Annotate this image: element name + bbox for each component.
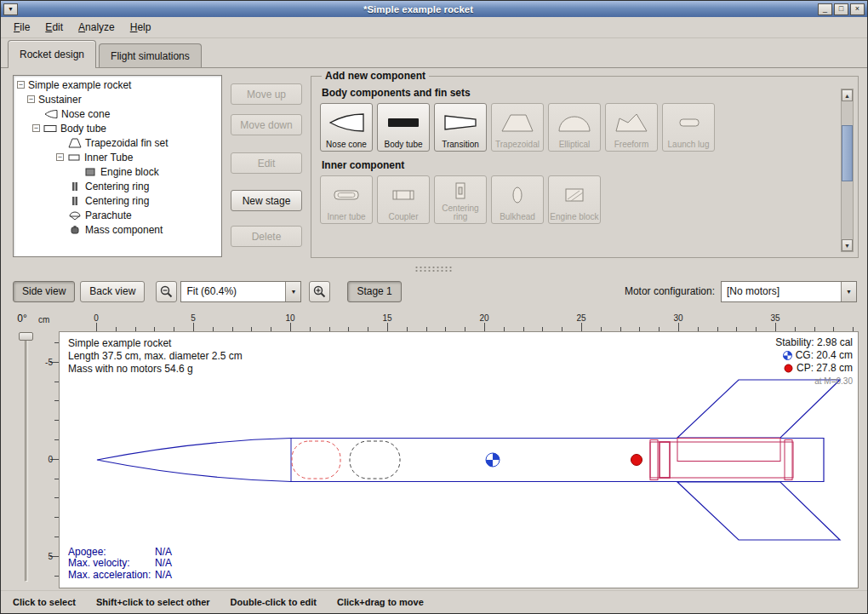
nose-cone-button[interactable]: Nose cone: [320, 103, 373, 152]
tree-row-sustainer[interactable]: − Sustainer: [14, 92, 221, 106]
nose-cone-icon: [44, 109, 58, 119]
hint-click-select: Click to select: [13, 597, 76, 607]
nose-cone-icon: [321, 104, 372, 141]
zoom-out-button[interactable]: [156, 281, 177, 302]
body-tube-button[interactable]: Body tube: [377, 103, 430, 152]
cp-value: CP: 27.8 cm: [797, 362, 853, 375]
stability-value: Stability: 2.98 cal: [775, 336, 853, 349]
rocket-mass: Mass with no motors 54.6 g: [68, 363, 243, 376]
freeform-fin-icon: [606, 104, 657, 141]
cp-marker: [631, 455, 642, 466]
rotation-slider-handle[interactable]: [19, 332, 33, 341]
tree-row-centering-ring-1[interactable]: Centering ring: [14, 179, 221, 193]
new-stage-button[interactable]: New stage: [231, 190, 302, 211]
minimize-icon[interactable]: _: [818, 3, 832, 15]
expander-icon[interactable]: −: [17, 81, 25, 89]
tab-flight-simulations[interactable]: Flight simulations: [99, 43, 202, 67]
expander-icon[interactable]: −: [56, 153, 64, 161]
tree-row-centering-ring-2[interactable]: Centering ring: [14, 193, 221, 208]
inner-tube-button[interactable]: Inner tube: [320, 175, 373, 224]
motor-configuration-label: Motor configuration:: [625, 285, 715, 297]
titlebar[interactable]: ▼ *Simple example rocket _ □ ×: [1, 1, 867, 17]
max-acceleration-value: N/A: [155, 569, 172, 581]
add-new-component-group: Add new component Body components and fi…: [311, 70, 859, 258]
tree-row-mass-component[interactable]: Mass component: [14, 222, 221, 237]
ruler-tick-label: 0: [94, 313, 99, 323]
centering-ring-button[interactable]: Centering ring: [434, 175, 487, 224]
rotation-slider[interactable]: [25, 336, 28, 582]
tree-label: Centering ring: [85, 181, 149, 192]
view-toolbar: Side view Back view Fit (60.4%) ▼ Stage …: [1, 275, 867, 307]
combo-arrow-icon[interactable]: ▼: [841, 282, 856, 301]
bulkhead-button[interactable]: Bulkhead: [491, 175, 544, 224]
body-section-title: Body components and fin sets: [322, 87, 851, 99]
delete-button[interactable]: Delete: [231, 226, 302, 247]
ruler-tick-label: 5: [191, 313, 196, 323]
expander-icon[interactable]: −: [27, 95, 35, 103]
close-icon[interactable]: ×: [850, 3, 865, 15]
motor-configuration-select[interactable]: [No motors] ▼: [721, 281, 857, 302]
menu-help[interactable]: Help: [123, 19, 159, 36]
edit-button[interactable]: Edit: [231, 152, 302, 174]
tree-label: Centering ring: [85, 195, 149, 207]
freeform-fin-button[interactable]: Freeform: [605, 103, 658, 152]
tree-row-parachute[interactable]: Parachute: [14, 208, 221, 222]
mach-note: at M=0.30: [775, 375, 853, 387]
tree-label: Sustainer: [38, 94, 82, 106]
expander-icon[interactable]: −: [32, 124, 40, 132]
tree-row-engine-block[interactable]: Engine block: [14, 164, 221, 179]
inner-tube-icon: [67, 152, 81, 163]
palette-scrollbar[interactable]: ▲ ▼: [841, 89, 854, 252]
zoom-select[interactable]: Fit (60.4%) ▼: [180, 281, 301, 302]
engine-block-icon: [549, 176, 600, 213]
tree-row-body-tube[interactable]: − Body tube: [14, 121, 221, 135]
cg-icon: [783, 351, 792, 360]
bulkhead-icon: [492, 176, 543, 213]
button-label: Engine block: [550, 213, 598, 221]
ruler-tick-label: 15: [382, 313, 391, 323]
tree-row-rocket[interactable]: − Simple example rocket: [14, 77, 221, 92]
menu-file[interactable]: File: [6, 19, 37, 36]
tab-rocket-design[interactable]: Rocket design: [8, 40, 96, 67]
tree-row-fin-set[interactable]: Trapezoidal fin set: [14, 135, 221, 150]
side-view-button[interactable]: Side view: [13, 281, 75, 302]
zoom-out-icon: [160, 285, 173, 298]
tree-label: Nose cone: [61, 108, 110, 120]
maximize-icon[interactable]: □: [834, 3, 848, 15]
rocket-name: Simple example rocket: [68, 337, 243, 350]
combo-arrow-icon[interactable]: ▼: [285, 282, 300, 301]
pane-splitter[interactable]: [1, 261, 867, 275]
menu-edit[interactable]: Edit: [37, 19, 71, 36]
horizontal-ruler: 0 5 10 15 20 25 30 35: [59, 313, 859, 331]
trapezoidal-fin-button[interactable]: Trapezoidal: [491, 103, 544, 152]
stage-1-toggle[interactable]: Stage 1: [347, 281, 401, 302]
ruler-tick-label: 30: [673, 313, 682, 323]
zoom-in-button[interactable]: [309, 281, 330, 302]
ruler-tick-label: 20: [479, 313, 488, 323]
elliptical-fin-button[interactable]: Elliptical: [548, 103, 601, 152]
main-tabs: Rocket design Flight simulations: [1, 38, 867, 67]
cp-icon: [784, 364, 793, 373]
scroll-down-icon[interactable]: ▼: [842, 239, 853, 251]
rocket-canvas[interactable]: Simple example rocket Length 37.5 cm, ma…: [59, 331, 859, 588]
launch-lug-icon: [663, 104, 714, 141]
hint-double-click: Double-click to edit: [231, 597, 317, 607]
move-up-button[interactable]: Move up: [231, 83, 302, 105]
apogee-label: Apogee:: [68, 547, 155, 559]
scrollbar-thumb[interactable]: [842, 125, 853, 181]
back-view-button[interactable]: Back view: [80, 281, 145, 302]
engine-block-button[interactable]: Engine block: [548, 175, 601, 224]
parachute-icon: [68, 210, 82, 221]
tree-row-nose-cone[interactable]: Nose cone: [14, 106, 221, 121]
move-down-button[interactable]: Move down: [231, 114, 302, 135]
tree-row-inner-tube[interactable]: − Inner Tube: [14, 150, 221, 164]
body-tube-icon: [43, 123, 57, 134]
scroll-up-icon[interactable]: ▲: [842, 89, 853, 101]
launch-lug-button[interactable]: Launch lug: [662, 103, 715, 152]
coupler-button[interactable]: Coupler: [377, 175, 430, 224]
rocket-dimensions: Length 37.5 cm, max. diameter 2.5 cm: [68, 350, 243, 363]
menu-analyze[interactable]: Analyze: [71, 19, 123, 36]
trapezoidal-fin-icon: [68, 138, 82, 148]
window-menu-icon[interactable]: ▼: [3, 3, 18, 15]
transition-button[interactable]: Transition: [434, 103, 487, 152]
